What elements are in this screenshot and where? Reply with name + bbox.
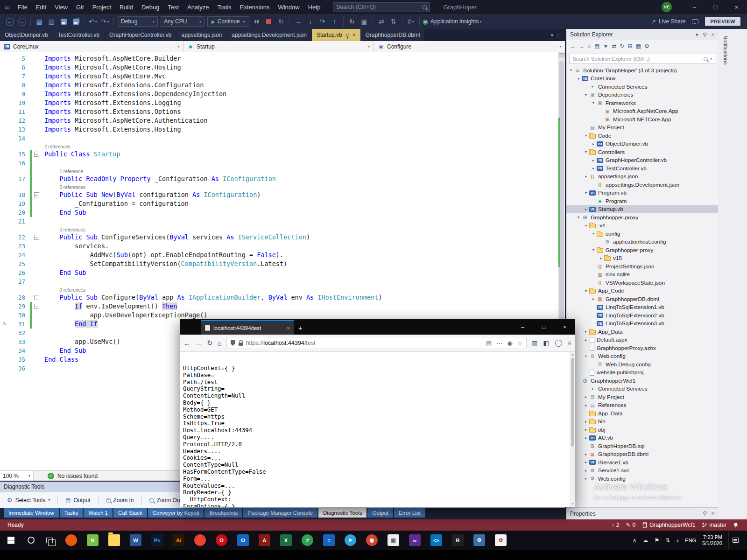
menu-analyze[interactable]: Analyze [183, 0, 213, 14]
menu-window[interactable]: Window [274, 0, 303, 14]
bottom-tab-breakpoints[interactable]: Breakpoints [204, 508, 242, 518]
expander-closed-icon[interactable]: ▸ [591, 158, 596, 162]
tree-item[interactable]: ▣Microsoft.AspNetCore.App [566, 107, 718, 116]
window-close-button[interactable]: × [726, 0, 747, 14]
codelens-references[interactable]: 0 references [44, 184, 85, 190]
expander-closed-icon[interactable]: ▸ [591, 142, 596, 146]
tree-item[interactable]: ▾{}appsettings.json [566, 173, 718, 181]
collapse-region-icon[interactable]: – [34, 152, 39, 157]
reload-button[interactable]: ↻ [207, 339, 213, 347]
home-button[interactable]: ⌂ [218, 339, 222, 347]
tree-item[interactable]: ⚙Web.Debug.config [566, 360, 718, 369]
tree-item[interactable]: ▾⊕Graphhopper-proxy [566, 213, 718, 222]
tree-item[interactable]: ▸VBGraphHoperController.vb [566, 156, 718, 165]
pin-icon[interactable] [346, 34, 349, 37]
firefox-minimize-button[interactable]: – [512, 320, 533, 335]
security-flag-icon[interactable]: ⚑ [655, 537, 660, 544]
taskbar-vscode-icon[interactable]: <> [430, 534, 442, 546]
tree-item[interactable]: ⊕GraphhopperWcf1 [566, 377, 718, 385]
tree-item[interactable]: ▾VBProgram.vb [566, 189, 718, 197]
firefox-tab[interactable]: localhost:44394/test × [201, 320, 294, 335]
expander-closed-icon[interactable]: ▸ [583, 476, 589, 481]
tree-item[interactable]: ▸⚙Web.config [566, 475, 718, 483]
tab-close-icon[interactable]: × [352, 32, 356, 38]
url-bar[interactable]: https://localhost:44394/test ▤ ⋯ ◉ ☆ [226, 337, 527, 349]
taskbar-chrome-icon[interactable] [194, 534, 206, 546]
network-icon[interactable]: ⇅ [665, 537, 670, 544]
repository-button[interactable]: GraphhopperWcf1 [642, 522, 695, 528]
expander-open-icon[interactable]: ▾ [576, 77, 581, 81]
se-forward-icon[interactable]: → [579, 43, 585, 49]
expander-closed-icon[interactable]: ▸ [583, 403, 589, 407]
expander-closed-icon[interactable]: ▸ [583, 469, 589, 473]
tree-item[interactable]: ▸v15 [566, 254, 718, 263]
bookmark-star-icon[interactable]: ☆ [517, 340, 523, 347]
forward-button[interactable]: → [195, 339, 202, 347]
tree-item[interactable]: ▾∞Solution 'GraphHoper' (3 of 3 projects… [566, 66, 718, 75]
scrollbar-down-icon[interactable]: ▼ [570, 501, 575, 507]
expander-closed-icon[interactable]: ▸ [583, 452, 589, 456]
tracking-shield-icon[interactable] [231, 340, 235, 346]
volume-icon[interactable]: ♪ [676, 537, 679, 544]
tree-item[interactable]: ▥slnx.sqlite [566, 271, 718, 279]
tree-item[interactable]: ▸VBIService1.vb [566, 458, 718, 467]
taskbar-access-icon[interactable]: A [259, 534, 270, 546]
tab-close-icon[interactable]: × [287, 325, 290, 331]
tree-item[interactable]: ▾⚙Web.config [566, 352, 718, 361]
tree-item[interactable]: ▾VBCoreLinux [566, 75, 718, 83]
menu-extensions[interactable]: Extensions [236, 0, 274, 14]
step-into-icon[interactable]: ↓ [305, 16, 316, 27]
step-over-icon[interactable]: ↷ [317, 16, 328, 27]
taskbar-paint-icon[interactable]: ✿ [495, 534, 507, 546]
expander-closed-icon[interactable]: ▸ [583, 436, 589, 440]
menu-build[interactable]: Build [115, 0, 137, 14]
menu-hamburger-icon[interactable]: ≡ [568, 339, 571, 347]
expander-closed-icon[interactable]: ▸ [598, 256, 604, 260]
bottom-tab-watch-1[interactable]: Watch 1 [84, 508, 113, 518]
menu-tools[interactable]: Tools [213, 0, 235, 14]
expander-closed-icon[interactable]: ▸ [583, 427, 589, 432]
cortana-search-button[interactable] [21, 537, 40, 544]
menu-view[interactable]: View [50, 0, 72, 14]
tab-appsettings-development-json[interactable]: appsettings.Development.json [227, 29, 311, 41]
expander-closed-icon[interactable]: ▸ [591, 166, 596, 170]
collapse-region-icon[interactable]: – [34, 304, 39, 309]
notifications-tab[interactable]: Notifications [723, 35, 728, 65]
expander-closed-icon[interactable]: ▸ [583, 395, 589, 399]
expander-open-icon[interactable]: ▾ [583, 191, 589, 195]
expander-open-icon[interactable]: ▾ [591, 231, 596, 236]
expander-closed-icon[interactable]: ▸ [583, 329, 589, 334]
notifications-bell-button[interactable] [733, 522, 739, 528]
se-back-icon[interactable]: ← [570, 43, 576, 49]
taskbar-calculator-icon[interactable]: = [323, 534, 335, 546]
account-icon[interactable] [555, 340, 562, 347]
scrollbar-thumb[interactable] [571, 358, 574, 447]
branch-button[interactable]: master [702, 522, 726, 528]
restart-icon[interactable]: ↻ [275, 16, 287, 27]
nav-forward-icon[interactable]: → [16, 16, 28, 27]
collapse-region-icon[interactable]: – [34, 235, 39, 240]
diag-select-tools-button[interactable]: ⚙Select Tools▾ [3, 494, 54, 506]
show-next-statement-icon[interactable]: → [293, 16, 304, 27]
live-share-button[interactable]: ↗ Live Share [651, 18, 685, 25]
tree-item[interactable]: ▾Code [566, 132, 718, 140]
menu-file[interactable]: File [14, 0, 32, 14]
new-file-icon[interactable]: ▤ [34, 16, 45, 27]
se-properties-icon[interactable]: ⚙ [644, 43, 649, 49]
taskbar-firefox-icon[interactable] [65, 534, 77, 546]
member-dropdown[interactable]: ▣ Configure ▾ [374, 41, 565, 52]
library-icon[interactable]: ▥ [531, 339, 537, 347]
quick-launch-search[interactable]: Search (Ctrl+Q) [333, 2, 430, 12]
stop-icon[interactable] [263, 16, 275, 27]
tab-graphhopercontroller-vb[interactable]: GraphHoperController.vb [105, 29, 176, 41]
expander-closed-icon[interactable]: ▸ [591, 297, 596, 301]
back-button[interactable]: ← [183, 339, 190, 347]
collapse-region-icon[interactable]: – [34, 295, 39, 300]
menu-edit[interactable]: Edit [32, 0, 50, 14]
open-file-icon[interactable]: ▥ [46, 16, 57, 27]
codelens-references[interactable]: 2 references [44, 143, 70, 150]
solution-configurations-combo[interactable]: Debug▾ [118, 16, 158, 27]
expander-open-icon[interactable]: ▾ [568, 68, 574, 72]
tree-item[interactable]: ▸▤My Project [566, 393, 718, 401]
menu-debug[interactable]: Debug [137, 0, 163, 14]
